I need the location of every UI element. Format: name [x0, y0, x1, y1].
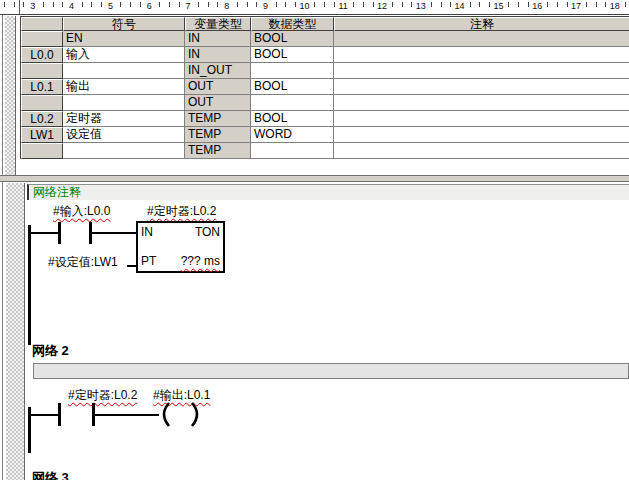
symbol-cell[interactable]: [63, 95, 185, 111]
ruler-number: 3: [29, 0, 36, 13]
network1-comment-row[interactable]: 网络注释: [27, 184, 629, 200]
ton-type-label: TON: [195, 226, 220, 239]
addr-cell[interactable]: [21, 31, 63, 47]
network2-contact-left-bar[interactable]: [58, 403, 61, 426]
addr-cell[interactable]: L0.0: [21, 47, 63, 63]
plc-editor-window: 23456789101112131415161718 符号变量类型数据类型注释E…: [0, 0, 629, 480]
addr-cell[interactable]: [21, 143, 63, 159]
ruler-number: 4: [68, 0, 75, 13]
variable-table-row: TEMP: [21, 143, 629, 159]
network1-contact-left-bar[interactable]: [58, 222, 61, 244]
ruler-number: 6: [146, 0, 153, 13]
comment-column-header: 注释: [334, 17, 629, 31]
comment-cell[interactable]: [334, 31, 629, 47]
ruler-divider: [19, 0, 20, 14]
addr-cell[interactable]: [21, 95, 63, 111]
datatype-cell[interactable]: [251, 95, 334, 111]
ruler-number: 5: [107, 0, 114, 13]
variable-table-row: ENINBOOL: [21, 31, 629, 47]
datatype-cell[interactable]: [251, 63, 334, 79]
variable-table-row: L0.2定时器TEMPBOOL: [21, 111, 629, 127]
vartype-column-header: 变量类型: [185, 17, 251, 31]
comment-cell[interactable]: [334, 95, 629, 111]
datatype-cell[interactable]: BOOL: [251, 79, 334, 95]
ruler-number: 18: [609, 0, 621, 13]
network2-title: 网络 2: [32, 344, 69, 358]
datatype-cell[interactable]: BOOL: [251, 47, 334, 63]
symbol-cell[interactable]: 定时器: [63, 111, 185, 127]
network1-wire-rail-to-contact: [28, 232, 58, 234]
vartype-cell[interactable]: TEMP: [185, 143, 251, 159]
vartype-cell[interactable]: IN: [185, 31, 251, 47]
comment-cell[interactable]: [334, 79, 629, 95]
vartype-cell[interactable]: OUT: [185, 95, 251, 111]
network1-pt-connector-wire: [127, 265, 136, 267]
symbol-column-header: 符号: [63, 17, 185, 31]
addr-cell[interactable]: LW1: [21, 127, 63, 143]
ruler-number: 16: [531, 0, 543, 13]
variable-table-row: LW1设定值TEMPWORD: [21, 127, 629, 143]
network1-contact-operand[interactable]: #输入:L0.0: [53, 205, 110, 218]
network2-contact-operand[interactable]: #定时器:L0.2: [68, 389, 137, 402]
datatype-column-header: 数据类型: [251, 17, 334, 31]
variable-table-row: OUT: [21, 95, 629, 111]
ladder-pane-margin: [6, 183, 25, 480]
datatype-cell[interactable]: [251, 143, 334, 159]
ruler-number: 9: [262, 0, 269, 13]
horizontal-ruler: 23456789101112131415161718: [0, 0, 629, 15]
datatype-cell[interactable]: WORD: [251, 127, 334, 143]
comment-cell[interactable]: [334, 63, 629, 79]
ruler-number: 7: [184, 0, 191, 13]
datatype-cell[interactable]: BOOL: [251, 111, 334, 127]
variable-table-row: L0.0输入INBOOL: [21, 47, 629, 63]
addr-cell[interactable]: L0.1: [21, 79, 63, 95]
vartype-cell[interactable]: IN_OUT: [185, 63, 251, 79]
symbol-cell[interactable]: [63, 63, 185, 79]
symbol-cell[interactable]: 设定值: [63, 127, 185, 143]
network3-title: 网络 3: [32, 471, 69, 480]
ton-timer-box[interactable]: IN TON PT ??? ms: [136, 221, 225, 273]
addr-column-header: [21, 17, 63, 31]
comment-cell[interactable]: [334, 47, 629, 63]
ton-pt-pin-label: PT: [141, 255, 156, 268]
vartype-cell[interactable]: TEMP: [185, 127, 251, 143]
addr-cell[interactable]: L0.2: [21, 111, 63, 127]
vartype-cell[interactable]: IN: [185, 47, 251, 63]
ton-in-pin-label: IN: [141, 226, 153, 239]
comment-cell[interactable]: [334, 143, 629, 159]
network1-timer-operand[interactable]: #定时器:L0.2: [147, 205, 216, 218]
ruler-number: 13: [415, 0, 427, 13]
network1-pt-operand[interactable]: #设定值:LW1: [48, 256, 118, 269]
output-coil[interactable]: [156, 401, 204, 429]
variable-table-row: L0.1输出OUTBOOL: [21, 79, 629, 95]
network2-wire-contact-to-coil: [95, 414, 159, 416]
symbol-cell[interactable]: EN: [63, 31, 185, 47]
pane-splitter[interactable]: [0, 175, 629, 182]
ruler-number: 8: [223, 0, 230, 13]
vartype-cell[interactable]: TEMP: [185, 111, 251, 127]
ruler-number: 10: [298, 0, 310, 13]
datatype-cell[interactable]: BOOL: [251, 31, 334, 47]
ruler-number: 17: [570, 0, 582, 13]
symbol-cell[interactable]: [63, 143, 185, 159]
symbol-cell[interactable]: 输入: [63, 47, 185, 63]
symbol-cell[interactable]: 输出: [63, 79, 185, 95]
ruler-number: 14: [454, 0, 466, 13]
ruler-number: 11: [338, 0, 349, 13]
network2-wire-rail-to-contact: [28, 414, 58, 416]
table-pane-margin: [5, 16, 16, 176]
ruler-number: 12: [376, 0, 388, 13]
variable-table-row: IN_OUT: [21, 63, 629, 79]
network1-power-rail: [28, 225, 31, 345]
ruler-number: 15: [492, 0, 504, 13]
network1-wire-contact-to-box: [92, 232, 136, 234]
comment-cell[interactable]: [334, 111, 629, 127]
addr-cell[interactable]: [21, 63, 63, 79]
comment-cell[interactable]: [334, 127, 629, 143]
ton-pt-value[interactable]: ??? ms: [181, 255, 220, 268]
local-variable-table: 符号变量类型数据类型注释ENINBOOLL0.0输入INBOOLIN_OUTL0…: [20, 16, 629, 159]
vartype-cell[interactable]: OUT: [185, 79, 251, 95]
window-left-border: [2, 15, 3, 480]
network2-comment-bar[interactable]: [33, 363, 629, 379]
